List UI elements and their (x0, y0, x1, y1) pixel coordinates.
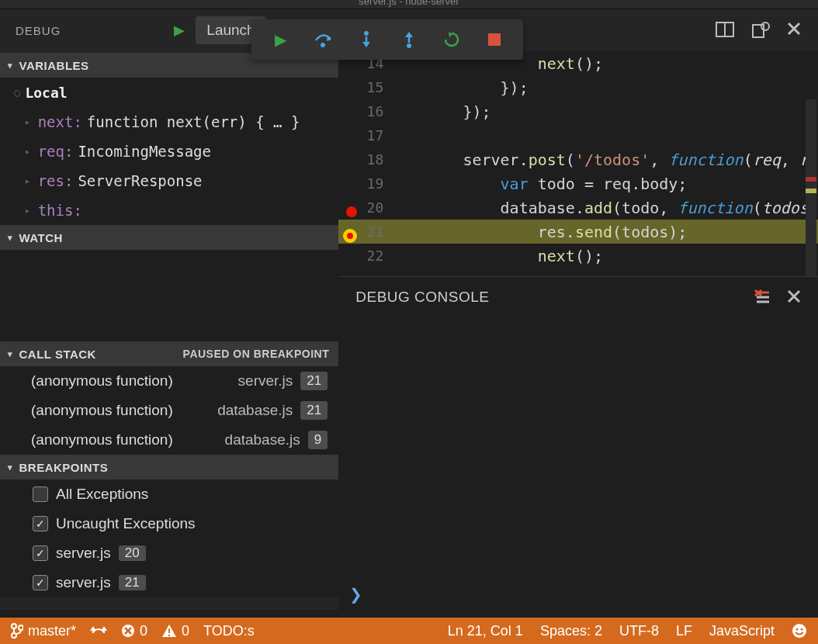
code-line[interactable]: 21 res.send(todos); (338, 220, 818, 244)
overview-ruler (806, 99, 816, 276)
feedback-icon[interactable] (792, 623, 807, 639)
code-line[interactable]: 20 database.add(todo, function(todos) (338, 196, 818, 220)
variable-name: this: (38, 202, 82, 219)
stack-frame[interactable]: (anonymous function) server.js 21 (0, 366, 338, 396)
svg-point-28 (796, 628, 799, 631)
breakpoints-section-header[interactable]: ▾ BREAKPOINTS (0, 455, 338, 480)
step-over-button[interactable] (302, 24, 345, 55)
chevron-right-icon: ▹ (25, 147, 30, 157)
watch-section-title: WATCH (19, 231, 63, 244)
stack-frame-line: 21 (300, 401, 328, 420)
repl-input[interactable]: ❯ (338, 579, 818, 610)
callstack-section-header[interactable]: ▾ CALL STACK PAUSED ON BREAKPOINT (0, 341, 338, 366)
line-number[interactable]: 16 (338, 103, 394, 119)
start-debug-icon[interactable]: ▶ (174, 22, 185, 39)
editor-area: 14 next();15 });16 });1718 server.post('… (338, 51, 818, 610)
code-line[interactable]: 17 (338, 123, 818, 147)
stop-button[interactable] (473, 24, 515, 55)
eol[interactable]: LF (676, 623, 692, 639)
current-line-icon (343, 229, 357, 243)
line-number[interactable]: 20 (338, 199, 394, 216)
debug-console-title: DEBUG CONSOLE (355, 289, 489, 306)
step-out-button[interactable] (387, 24, 430, 55)
status-bar: master* 0 0 TODO:s Ln 21, Col 1 Spaces: … (0, 618, 818, 644)
watch-body (0, 250, 338, 341)
split-editor-icon[interactable] (716, 22, 734, 39)
variables-section-title: VARIABLES (19, 59, 89, 72)
cursor-position[interactable]: Ln 21, Col 1 (448, 623, 523, 639)
code-line[interactable]: 18 server.post('/todos', function(req, r (338, 147, 818, 171)
breakpoint-row[interactable]: All Exceptions (0, 480, 338, 509)
stack-frame-name: (anonymous function) (31, 431, 225, 448)
svg-point-0 (321, 43, 325, 47)
breakpoint-label: All Exceptions (56, 486, 148, 503)
stack-frame[interactable]: (anonymous function) database.js 21 (0, 396, 338, 425)
variable-name: req: (38, 143, 74, 160)
restart-button[interactable] (430, 24, 473, 55)
window-title: server.js - node-server (0, 0, 818, 9)
breakpoint-row[interactable]: server.js20 (0, 538, 338, 568)
close-console-icon[interactable] (787, 289, 801, 305)
variable-name: next: (38, 113, 82, 130)
svg-point-26 (168, 635, 170, 636)
line-number[interactable]: 22 (338, 248, 394, 264)
stack-frame-line: 9 (308, 431, 328, 449)
variable-value: function next(err) { … } (87, 113, 300, 130)
line-number[interactable]: 15 (338, 79, 394, 95)
breakpoint-line: 20 (119, 545, 146, 561)
show-diff-icon[interactable] (751, 22, 770, 39)
code-line[interactable]: 22 next(); (338, 244, 818, 268)
line-number[interactable]: 19 (338, 175, 394, 192)
git-branch[interactable]: master* (11, 623, 76, 639)
language-mode[interactable]: JavaScript (709, 623, 775, 639)
code-text: server.post('/todos', function(req, r (394, 151, 809, 169)
breakpoint-row[interactable]: server.js21 (0, 568, 338, 597)
breakpoint-label: server.js (56, 545, 111, 562)
chevron-right-icon: ▹ (25, 206, 30, 216)
variable-row[interactable]: ▹ this: # (0, 196, 338, 225)
svg-point-21 (19, 625, 23, 630)
code-view[interactable]: 14 next();15 });16 });1718 server.post('… (338, 51, 818, 276)
warnings-count[interactable]: 0 (161, 623, 189, 639)
svg-point-27 (792, 624, 806, 638)
debug-console-body[interactable] (338, 317, 818, 579)
breakpoint-dot-icon[interactable] (346, 206, 357, 217)
warnings-count-label: 0 (182, 623, 189, 639)
step-into-button[interactable] (345, 24, 387, 55)
breakpoint-checkbox[interactable] (33, 516, 48, 531)
code-line[interactable]: 16 }); (338, 99, 818, 123)
variable-row[interactable]: ▹ next: function next(err) { … } (0, 107, 338, 137)
breakpoint-checkbox[interactable] (33, 575, 48, 590)
encoding[interactable]: UTF-8 (619, 623, 659, 639)
breakpoint-row[interactable]: Uncaught Exceptions (0, 509, 338, 538)
svg-rect-5 (488, 33, 501, 46)
code-line[interactable]: 15 }); (338, 75, 818, 99)
variable-name: res: (38, 172, 74, 189)
debug-toolbar: ▶ (251, 19, 523, 60)
close-icon[interactable] (787, 22, 801, 39)
git-sync[interactable] (90, 625, 107, 637)
errors-count[interactable]: 0 (121, 623, 147, 639)
svg-point-4 (407, 43, 411, 48)
line-number[interactable]: 17 (338, 127, 394, 144)
watch-section-header[interactable]: ▾ WATCH (0, 225, 338, 250)
line-number[interactable]: 18 (338, 151, 394, 168)
top-bar: DEBUG ▶ Launch ▶ (0, 9, 818, 51)
breakpoints-section-title: BREAKPOINTS (19, 461, 109, 474)
clear-console-icon[interactable] (754, 289, 771, 305)
continue-button[interactable]: ▶ (259, 24, 302, 55)
stack-frame-file: database.js (217, 402, 293, 419)
breakpoint-checkbox[interactable] (33, 486, 48, 502)
stack-frame[interactable]: (anonymous function) database.js 9 (0, 425, 338, 455)
line-number[interactable]: 21 (338, 223, 394, 240)
svg-point-20 (12, 633, 16, 638)
code-text: database.add(todo, function(todos) (394, 199, 818, 217)
stack-frame-name: (anonymous function) (31, 372, 238, 390)
callstack-status: PAUSED ON BREAKPOINT (183, 348, 330, 360)
scope-local[interactable]: ◌ Local (0, 78, 338, 107)
code-line[interactable]: 19 var todo = req.body; (338, 171, 818, 196)
indentation[interactable]: Spaces: 2 (540, 623, 602, 639)
status-extra[interactable]: TODO:s (203, 623, 255, 639)
callstack-section-title: CALL STACK (19, 348, 96, 361)
breakpoint-checkbox[interactable] (33, 545, 48, 561)
